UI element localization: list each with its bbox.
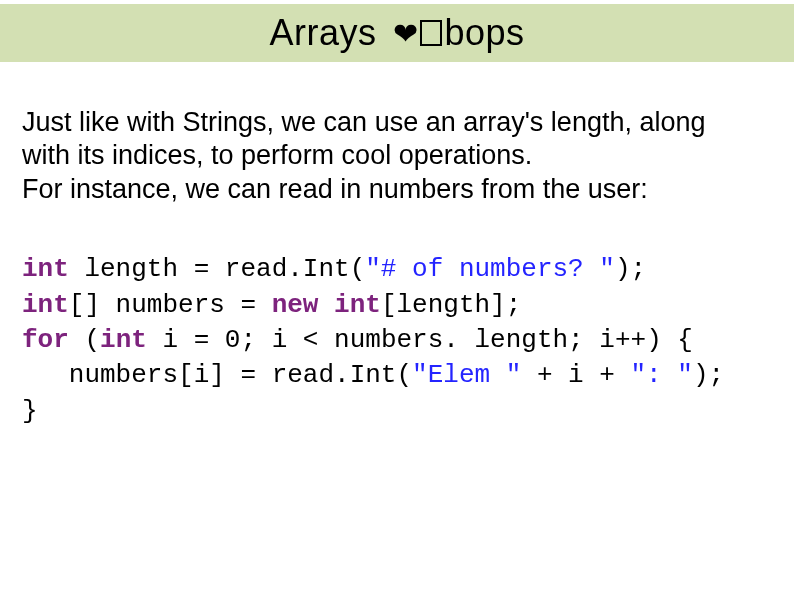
body-paragraph: Just like with Strings, we can use an ar… — [22, 106, 774, 206]
code-text: ); — [693, 360, 724, 390]
code-text: [length]; — [381, 290, 521, 320]
code-text — [318, 290, 334, 320]
kw-int: int — [334, 290, 381, 320]
title-text-right: bops — [444, 12, 524, 53]
code-text: } — [22, 396, 38, 426]
kw-for: for — [22, 325, 69, 355]
kw-int: int — [22, 254, 69, 284]
kw-new: new — [272, 290, 319, 320]
body-line-2: with its indices, to perform cool operat… — [22, 139, 774, 172]
code-text: ); — [615, 254, 646, 284]
slide-title: Arrays ❤bops — [269, 12, 524, 54]
body-line-3: For instance, we can read in numbers fro… — [22, 173, 774, 206]
glyph-placeholder-icon — [420, 20, 442, 46]
title-bar: Arrays ❤bops — [0, 4, 794, 62]
string-literal: "# of numbers? " — [365, 254, 615, 284]
kw-int: int — [100, 325, 147, 355]
code-text: ( — [69, 325, 100, 355]
body-line-1: Just like with Strings, we can use an ar… — [22, 106, 774, 139]
string-literal: "Elem " — [412, 360, 521, 390]
string-literal: ": " — [631, 360, 693, 390]
title-text-left: Arrays — [269, 12, 387, 53]
code-text: numbers[i] = read.Int( — [22, 360, 412, 390]
heart-icon: ❤ — [393, 16, 419, 51]
code-text: + i + — [521, 360, 630, 390]
kw-int: int — [22, 290, 69, 320]
code-text: i = 0; i < numbers. length; i++) { — [147, 325, 693, 355]
code-block: int length = read.Int("# of numbers? ");… — [22, 252, 774, 429]
code-text: [] numbers = — [69, 290, 272, 320]
code-text: length = read.Int( — [69, 254, 365, 284]
